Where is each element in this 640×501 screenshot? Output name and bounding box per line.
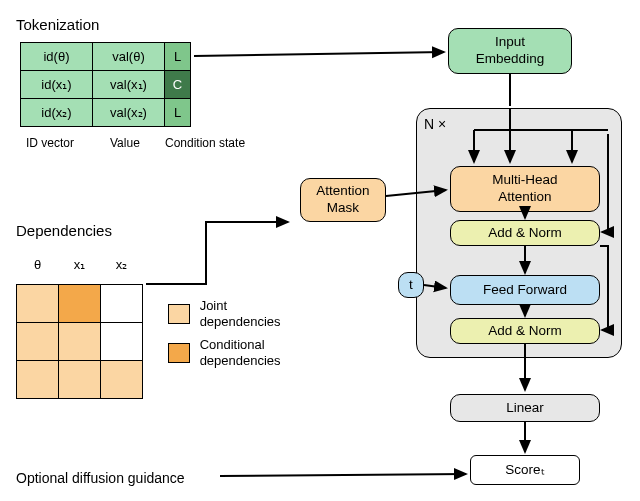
legend-joint-label: Joint dependencies bbox=[200, 298, 281, 329]
dependency-legend: Joint dependencies Conditional dependenc… bbox=[168, 298, 308, 376]
multi-head-attention-block: Multi-Head Attention bbox=[450, 166, 600, 212]
svg-line-0 bbox=[194, 52, 444, 56]
input-embedding-block: Input Embedding bbox=[448, 28, 572, 74]
t-block: t bbox=[398, 272, 424, 298]
tokenization-heading: Tokenization bbox=[16, 16, 99, 33]
token-id-col-label: ID vector bbox=[26, 136, 74, 150]
token-val-col-label: Value bbox=[110, 136, 140, 150]
n-times-label: N × bbox=[424, 116, 446, 132]
dep-header: θ bbox=[17, 246, 59, 284]
token-cs-col-label: Condition state bbox=[165, 136, 245, 150]
dep-header: x₁ bbox=[59, 246, 101, 284]
token-val-cell: val(x₂) bbox=[93, 99, 165, 127]
token-id-cell: id(x₂) bbox=[21, 99, 93, 127]
table-row bbox=[17, 284, 143, 322]
dep-cell bbox=[101, 322, 143, 360]
add-norm-block-2: Add & Norm bbox=[450, 318, 600, 344]
linear-block: Linear bbox=[450, 394, 600, 422]
table-row bbox=[17, 360, 143, 398]
dependencies-heading: Dependencies bbox=[16, 222, 112, 239]
token-val-cell: val(x₁) bbox=[93, 71, 165, 99]
dep-cell bbox=[17, 322, 59, 360]
dep-cell bbox=[17, 360, 59, 398]
dep-cell bbox=[59, 284, 101, 322]
legend-joint: Joint dependencies bbox=[168, 298, 308, 329]
token-val-cell: val(θ) bbox=[93, 43, 165, 71]
dep-header: x₂ bbox=[101, 246, 143, 284]
dep-cell bbox=[17, 284, 59, 322]
optional-guidance-label: Optional diffusion guidance bbox=[16, 470, 185, 486]
legend-conditional: Conditional dependencies bbox=[168, 337, 308, 368]
legend-swatch-joint bbox=[168, 304, 190, 324]
dep-cell bbox=[101, 360, 143, 398]
token-cs-cell: C bbox=[165, 71, 191, 99]
svg-line-13 bbox=[220, 474, 466, 476]
tokenization-table: id(θ) val(θ) L id(x₁) val(x₁) C id(x₂) v… bbox=[20, 42, 191, 127]
token-id-cell: id(x₁) bbox=[21, 71, 93, 99]
dep-cell bbox=[59, 322, 101, 360]
legend-swatch-conditional bbox=[168, 343, 190, 363]
dep-cell bbox=[101, 284, 143, 322]
token-cs-cell: L bbox=[165, 43, 191, 71]
token-cs-cell: L bbox=[165, 99, 191, 127]
table-row: id(x₁) val(x₁) C bbox=[21, 71, 191, 99]
dependency-grid: θ x₁ x₂ bbox=[16, 246, 143, 399]
table-row: id(θ) val(θ) L bbox=[21, 43, 191, 71]
legend-conditional-label: Conditional dependencies bbox=[200, 337, 281, 368]
token-id-cell: id(θ) bbox=[21, 43, 93, 71]
feed-forward-block: Feed Forward bbox=[450, 275, 600, 305]
add-norm-block-1: Add & Norm bbox=[450, 220, 600, 246]
attention-mask-block: Attention Mask bbox=[300, 178, 386, 222]
dep-cell bbox=[59, 360, 101, 398]
score-block: Scoreₜ bbox=[470, 455, 580, 485]
table-row bbox=[17, 322, 143, 360]
table-row: id(x₂) val(x₂) L bbox=[21, 99, 191, 127]
